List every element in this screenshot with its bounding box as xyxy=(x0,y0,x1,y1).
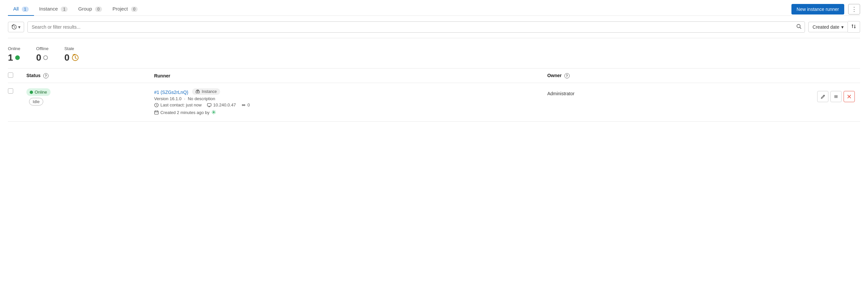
search-wrap xyxy=(27,22,805,33)
svg-line-2 xyxy=(800,27,801,29)
runner-column-header: Runner xyxy=(149,69,542,83)
actions-column-header xyxy=(682,69,860,83)
sort-chevron-icon: ▾ xyxy=(841,24,844,30)
stale-icon xyxy=(72,54,79,61)
svg-point-8 xyxy=(197,92,198,93)
stats-row: Online 1 Offline 0 Stale 0 xyxy=(8,38,860,68)
online-count: 1 xyxy=(8,52,13,63)
tab-project[interactable]: Project 0 xyxy=(107,3,143,16)
sort-direction-icon xyxy=(851,24,857,29)
table-row: Online Idle #1 (SZGs2rLnQ) xyxy=(8,83,860,121)
status-help-icon[interactable]: ? xyxy=(43,73,49,78)
owner-cell: Administrator xyxy=(542,83,682,121)
svg-rect-21 xyxy=(835,95,836,98)
runners-table: Status ? Runner Owner ? xyxy=(8,68,860,121)
search-input[interactable] xyxy=(27,22,805,33)
pause-icon xyxy=(834,94,838,99)
svg-point-1 xyxy=(797,24,800,28)
stat-online: Online 1 xyxy=(8,46,21,63)
history-icon xyxy=(11,24,17,30)
idle-badge: Idle xyxy=(29,98,43,105)
sort-direction-button[interactable] xyxy=(848,21,860,33)
offline-dot xyxy=(43,56,48,60)
stat-stale: Stale 0 xyxy=(64,46,79,63)
runner-cell: #1 (SZGs2rLnQ) Instance Version 16.1.0 xyxy=(149,83,542,121)
select-all-checkbox[interactable] xyxy=(8,72,13,78)
new-instance-runner-button[interactable]: New instance runner xyxy=(792,4,844,14)
edit-runner-button[interactable] xyxy=(817,91,828,102)
sort-controls: Created date ▾ xyxy=(808,21,860,33)
svg-rect-22 xyxy=(836,95,837,98)
svg-point-14 xyxy=(244,104,245,106)
svg-line-20 xyxy=(823,96,824,96)
instance-type-tag: Instance xyxy=(192,88,220,95)
delete-icon xyxy=(847,94,851,99)
status-badge: Online xyxy=(26,88,51,96)
chevron-down-icon: ▾ xyxy=(18,24,21,30)
tab-instance[interactable]: Instance 1 xyxy=(34,3,73,16)
owner-column-header: Owner ? xyxy=(542,69,682,83)
last-contact-meta: Last contact: just now xyxy=(154,103,202,107)
status-cell: Online Idle xyxy=(21,83,149,121)
svg-rect-10 xyxy=(207,104,211,106)
actions-cell xyxy=(682,83,860,121)
row-checkbox-cell xyxy=(8,83,21,121)
kebab-menu-button[interactable]: ⋮ xyxy=(848,4,860,14)
delete-runner-button[interactable] xyxy=(844,91,855,102)
runner-name-link[interactable]: #1 (SZGs2rLnQ) xyxy=(154,89,188,95)
svg-point-13 xyxy=(242,104,243,106)
jobs-icon xyxy=(241,103,246,107)
edit-icon xyxy=(820,94,826,99)
search-icon xyxy=(796,24,802,29)
history-filter-button[interactable]: ▾ xyxy=(8,22,24,32)
tab-all[interactable]: All 1 xyxy=(8,3,34,16)
sort-select-button[interactable]: Created date ▾ xyxy=(808,22,848,32)
created-meta: Created 2 minutes ago by ✳ xyxy=(154,109,216,116)
created-by-icon: ✳ xyxy=(211,109,216,116)
stat-offline: Offline 0 xyxy=(36,46,49,63)
row-checkbox[interactable] xyxy=(8,88,13,94)
ip-meta: 10.240.0.47 xyxy=(207,103,236,107)
instance-icon xyxy=(195,89,200,94)
svg-rect-7 xyxy=(197,90,199,91)
jobs-meta: 0 xyxy=(241,103,250,107)
stale-count: 0 xyxy=(64,52,70,63)
tab-group[interactable]: Group 0 xyxy=(73,3,107,16)
status-dot xyxy=(30,91,33,94)
calendar-icon xyxy=(154,110,159,115)
offline-count: 0 xyxy=(36,52,41,63)
svg-rect-16 xyxy=(154,111,158,114)
filter-bar: ▾ Created date ▾ xyxy=(8,16,860,38)
search-button[interactable] xyxy=(796,23,802,31)
online-dot xyxy=(15,56,20,60)
owner-help-icon[interactable]: ? xyxy=(564,73,570,78)
select-all-header xyxy=(8,69,21,83)
computer-icon xyxy=(207,103,212,107)
tab-bar: All 1 Instance 1 Group 0 Project 0 New i… xyxy=(8,0,860,16)
pause-runner-button[interactable] xyxy=(830,91,842,102)
status-column-header: Status ? xyxy=(21,69,149,83)
clock-icon xyxy=(154,103,159,107)
